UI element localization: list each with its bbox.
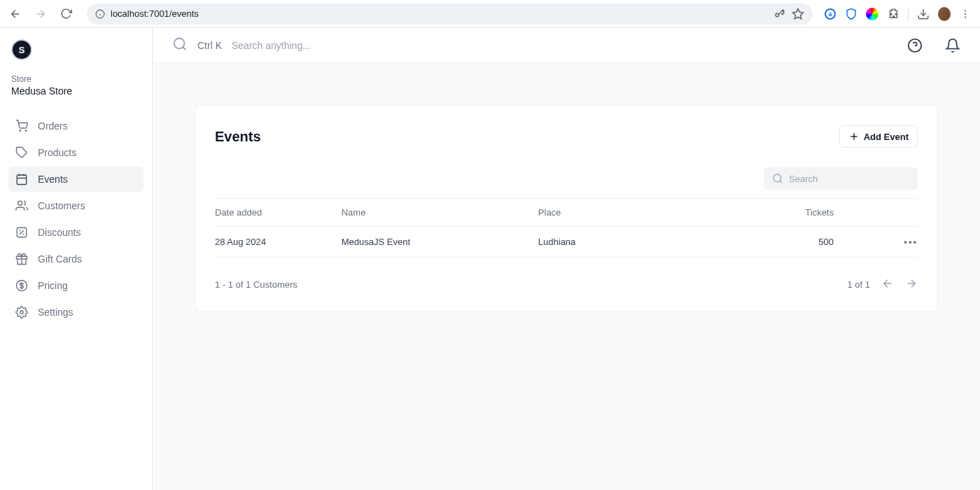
svg-point-31 (774, 174, 781, 182)
url-text: localhost:7001/events (111, 8, 768, 19)
add-event-button[interactable]: Add Event (839, 125, 918, 148)
svg-line-32 (780, 181, 782, 183)
search-shortcut: Ctrl K (197, 40, 222, 51)
svg-rect-12 (17, 175, 27, 185)
main: Ctrl K Search anything... Events Add Eve… (153, 28, 980, 490)
gear-icon (15, 306, 28, 318)
pager-next[interactable] (905, 277, 918, 292)
svg-point-7 (965, 13, 966, 14)
svg-point-24 (20, 311, 24, 314)
users-icon (15, 200, 28, 212)
bell-icon[interactable] (945, 38, 960, 53)
store-name: Medusa Store (8, 85, 144, 97)
sidebar-item-label: Pricing (38, 280, 68, 291)
sidebar-item-pricing[interactable]: Pricing (8, 273, 144, 298)
sidebar-item-discounts[interactable]: Discounts (8, 220, 144, 245)
store-avatar[interactable]: S (11, 39, 32, 60)
svg-point-20 (23, 234, 24, 234)
color-picker-icon[interactable] (866, 8, 878, 20)
sidebar-item-label: Discounts (38, 227, 80, 238)
svg-point-6 (965, 10, 966, 11)
gift-icon (15, 253, 28, 265)
sidebar-item-label: Settings (38, 307, 74, 318)
info-icon (95, 9, 105, 19)
topbar: Ctrl K Search anything... (153, 28, 980, 63)
svg-point-10 (25, 130, 27, 132)
sidebar-item-products[interactable]: Products (8, 140, 144, 165)
cart-icon (15, 120, 28, 132)
download-icon[interactable] (917, 8, 930, 20)
events-card: Events Add Event Date added (195, 105, 938, 312)
table-row[interactable]: 28 Aug 2024 MedusaJS Event Ludhiana 500 … (215, 227, 918, 258)
search-icon (772, 173, 783, 184)
pager-count: 1 - 1 of 1 Customers (215, 279, 298, 290)
sidebar-item-events[interactable]: Events (8, 167, 144, 192)
search-icon[interactable] (172, 36, 188, 54)
svg-marker-4 (793, 8, 804, 18)
key-icon[interactable] (774, 8, 786, 20)
url-bar[interactable]: localhost:7001/events (87, 4, 813, 24)
cell-date: 28 Aug 2024 (215, 227, 342, 258)
col-place: Place (538, 199, 763, 227)
events-table: Date added Name Place Tickets 28 Aug 202… (215, 198, 918, 258)
extension-a-icon[interactable]: a (824, 8, 836, 20)
plus-icon (848, 131, 860, 142)
browser-reload-button[interactable] (56, 4, 76, 24)
calendar-icon (15, 173, 28, 186)
sidebar-item-label: Customers (38, 200, 85, 211)
help-icon[interactable] (907, 38, 923, 53)
cell-place: Ludhiana (538, 227, 763, 258)
sidebar-item-label: Gift Cards (38, 253, 82, 265)
svg-line-26 (183, 47, 186, 50)
col-date: Date added (215, 199, 342, 227)
sidebar-item-label: Products (38, 147, 76, 158)
add-event-label: Add Event (864, 132, 909, 142)
sidebar-item-orders[interactable]: Orders (8, 113, 144, 139)
extensions-icon[interactable] (887, 8, 899, 20)
table-search[interactable] (764, 167, 918, 190)
svg-point-16 (18, 201, 22, 205)
svg-point-25 (174, 38, 185, 49)
pager-page: 1 of 1 (847, 279, 870, 290)
sidebar-item-customers[interactable]: Customers (8, 193, 144, 218)
table-search-input[interactable] (789, 174, 909, 184)
browser-chrome: localhost:7001/events a (0, 0, 980, 28)
row-actions-icon[interactable]: ••• (904, 237, 918, 247)
browser-menu-icon[interactable] (959, 8, 972, 20)
col-tickets: Tickets (763, 199, 890, 227)
profile-avatar[interactable] (938, 8, 951, 20)
browser-forward-button[interactable] (31, 4, 50, 24)
percent-icon (15, 226, 28, 239)
svg-point-19 (20, 230, 20, 231)
cell-name: MedusaJS Event (342, 227, 538, 258)
shield-icon[interactable] (845, 8, 858, 20)
search-placeholder[interactable]: Search anything... (232, 40, 311, 51)
sidebar-item-label: Events (38, 174, 68, 185)
store-label: Store (8, 74, 144, 84)
svg-point-3 (776, 13, 779, 17)
svg-point-9 (20, 130, 21, 132)
cell-tickets: 500 (763, 227, 890, 258)
pager: 1 - 1 of 1 Customers 1 of 1 (215, 277, 918, 292)
star-icon[interactable] (792, 8, 804, 20)
nav-list: Orders Products Events Customers Discoun… (8, 113, 144, 325)
dollar-icon (15, 279, 28, 292)
browser-back-button[interactable] (6, 4, 25, 24)
col-name: Name (342, 199, 538, 227)
page-title: Events (215, 129, 261, 145)
sidebar-item-label: Orders (38, 120, 68, 132)
pager-prev[interactable] (881, 277, 894, 292)
sidebar: S Store Medusa Store Orders Products Eve… (0, 28, 153, 490)
tag-icon (15, 146, 28, 159)
svg-point-8 (965, 16, 966, 18)
sidebar-item-gift-cards[interactable]: Gift Cards (8, 246, 144, 272)
sidebar-item-settings[interactable]: Settings (8, 300, 144, 325)
